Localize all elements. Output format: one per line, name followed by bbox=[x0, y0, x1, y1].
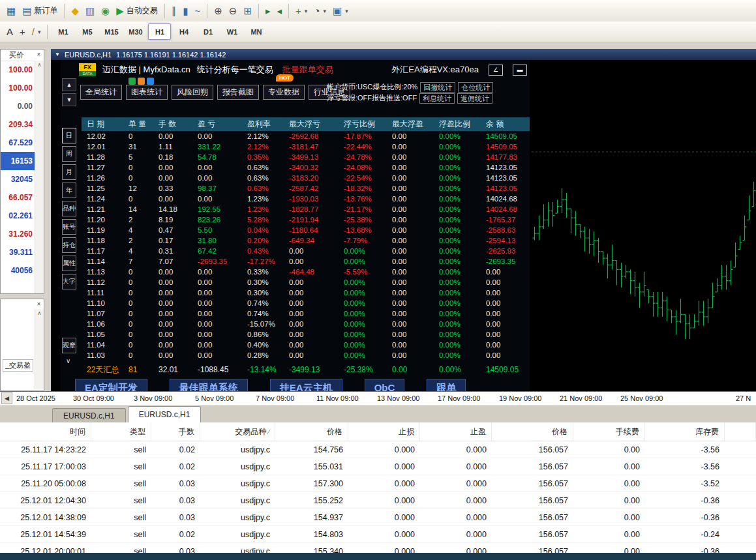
stats-table-row[interactable]: 11.2600.000.000.63%-3183.20-22.54%0.000.… bbox=[82, 173, 530, 183]
close-icon[interactable]: × bbox=[35, 50, 43, 59]
trades-col-header[interactable]: 手数 bbox=[151, 422, 200, 441]
stats-table-row[interactable]: 11.2700.000.000.63%-3400.32-24.08%0.000.… bbox=[82, 162, 530, 173]
new-chart-button[interactable]: ▦ bbox=[3, 3, 19, 19]
stats-table-row[interactable]: 11.1100.000.000.30%0.000.00%0.000.00%0.0… bbox=[82, 287, 530, 298]
side-tab-month[interactable]: 月 bbox=[62, 164, 76, 180]
rebate-stats-button[interactable]: 返佣统计 bbox=[457, 93, 492, 104]
stats-table-row[interactable]: 12.0200.000.002.12%-2592.68-17.87%0.000.… bbox=[82, 131, 530, 141]
trades-col-header[interactable]: 价格 bbox=[275, 422, 348, 441]
price-cell[interactable]: 39.311 bbox=[1, 243, 35, 261]
price-cell[interactable]: 0.00 bbox=[1, 97, 35, 115]
panel-minimize-button[interactable]: ▬ bbox=[513, 65, 527, 76]
side-tab-symbol[interactable]: 品种 bbox=[62, 201, 76, 216]
qbc-button[interactable]: QbC bbox=[365, 379, 405, 391]
chart-shift-button[interactable]: ▸ bbox=[262, 3, 274, 19]
best-copy-system-button[interactable]: 最佳跟单系统 bbox=[170, 379, 248, 391]
price-cell[interactable]: 40056 bbox=[1, 261, 35, 280]
stats-table-row[interactable]: 11.211414.18192.551.23%-1828.77-21.17%0.… bbox=[82, 204, 530, 214]
trades-col-header[interactable]: 库存费 bbox=[645, 422, 725, 441]
ea-custom-dev-button[interactable]: EA定制开发 bbox=[75, 379, 147, 391]
trade-row[interactable]: 25.12.01 12:04:30sell0.03usdjpy.c155.252… bbox=[0, 492, 756, 509]
interest-stats-button[interactable]: 利息统计 bbox=[419, 93, 455, 104]
timeframe-m5-button[interactable]: M5 bbox=[76, 23, 98, 40]
draw-tools-button[interactable]: /▾ bbox=[29, 23, 44, 40]
price-cell[interactable]: 100.00 bbox=[1, 61, 35, 79]
timeframe-h1-button[interactable]: H1 bbox=[148, 23, 171, 40]
tab-report-screenshot[interactable]: 报告截图 bbox=[217, 85, 259, 100]
tab-risk-backtest[interactable]: 风险回朔 bbox=[172, 85, 213, 100]
side-tab-day[interactable]: 日 bbox=[62, 128, 76, 143]
market-watch-scrollbar[interactable]: ∧ bbox=[35, 61, 44, 293]
tab-pro-data[interactable]: 专业数据 bbox=[263, 85, 305, 100]
timeframe-m15-button[interactable]: M15 bbox=[100, 23, 123, 40]
auto-scroll-button[interactable]: ◂ bbox=[274, 3, 286, 19]
position-stats-button[interactable]: 仓位统计 bbox=[458, 82, 493, 93]
panel-collapse-button[interactable]: ∠ bbox=[489, 65, 503, 76]
price-cell[interactable]: 66.057 bbox=[1, 188, 35, 207]
stats-table-row[interactable]: 11.0700.000.000.74%0.000.00%0.000.00%0.0… bbox=[82, 308, 530, 319]
trades-col-header[interactable]: 手续费 bbox=[573, 422, 645, 441]
price-cell[interactable]: 32045 bbox=[1, 170, 35, 188]
preview-button[interactable]: ◉ bbox=[98, 3, 113, 19]
ea-cloud-vps-button[interactable]: 挂EA云主机 bbox=[270, 379, 342, 391]
scroll-up-button[interactable]: ▲ bbox=[62, 78, 76, 91]
stats-table-row[interactable]: 11.1477.07-2693.35-17.27%0.000.00%0.000.… bbox=[82, 256, 530, 267]
scroll-down-button[interactable]: ▼ bbox=[62, 93, 76, 106]
templates-button[interactable]: ▣▾ bbox=[329, 3, 352, 19]
stats-table-row[interactable]: 11.2400.000.001.23%-1930.03-13.76%0.000.… bbox=[82, 194, 530, 204]
price-cell[interactable]: 67.529 bbox=[1, 134, 35, 152]
stats-table-row[interactable]: 11.1200.000.000.30%0.000.00%0.000.00%0.0… bbox=[82, 277, 530, 287]
trade-row[interactable]: 25.11.17 14:23:22sell0.02usdjpy.c154.756… bbox=[0, 441, 756, 458]
panel-tab-label[interactable]: _交易盈 bbox=[3, 359, 33, 372]
zoom-in-button[interactable]: ⊕ bbox=[211, 3, 226, 19]
timeframe-d1-button[interactable]: D1 bbox=[196, 23, 219, 40]
indicators-button[interactable]: +▾ bbox=[292, 3, 310, 19]
tab-global-stats[interactable]: 全局统计 bbox=[80, 85, 122, 100]
stats-table-row[interactable]: 11.0400.000.000.40%0.000.00%0.000.00%0.0… bbox=[82, 340, 530, 350]
stats-table-row[interactable]: 11.2850.1854.780.35%-3499.13-24.78%0.000… bbox=[82, 152, 530, 162]
drawdown-stats-button[interactable]: 回撤统计 bbox=[420, 82, 455, 93]
stats-table-row[interactable]: 11.1820.1731.800.20%-649.34-7.79%0.000.0… bbox=[82, 235, 530, 246]
text-tool-button[interactable]: A bbox=[3, 23, 16, 40]
chart-tab[interactable]: EURUSD.c,H1 bbox=[52, 408, 126, 422]
stats-table-row[interactable]: 11.1300.000.000.33%-464.48-5.59%0.000.00… bbox=[82, 267, 530, 277]
panel-scrollbar[interactable]: ∧ bbox=[35, 309, 44, 389]
chart-title-bar[interactable]: ▼ EURUSD.c,H1 1.16175 1.16191 1.16142 1.… bbox=[51, 49, 756, 60]
price-cell[interactable]: 16153 bbox=[1, 152, 35, 170]
side-tab-position[interactable]: 持仓 bbox=[62, 237, 76, 253]
stats-table-row[interactable]: 11.1740.3167.420.43%0.000.00%0.000.00%-2… bbox=[82, 246, 530, 256]
scroll-up-icon[interactable]: ∧ bbox=[35, 309, 44, 317]
side-tab-year[interactable]: 年 bbox=[62, 183, 76, 198]
stats-table-row[interactable]: 11.0600.000.00-15.07%0.000.00%0.000.00%0… bbox=[82, 319, 530, 329]
bar-chart-button[interactable]: ∥ bbox=[168, 3, 180, 19]
metaeditor-button[interactable]: ◆ bbox=[68, 3, 82, 19]
chevron-down-icon[interactable]: ∨ bbox=[66, 357, 70, 364]
stats-table-row[interactable]: 11.0300.000.000.28%0.000.00%0.000.00%0.0… bbox=[82, 350, 530, 361]
side-tab-week[interactable]: 周 bbox=[62, 146, 76, 162]
trade-row[interactable]: 25.12.01 14:54:39sell0.02usdjpy.c154.803… bbox=[0, 526, 756, 543]
symbol-dropdown-icon[interactable]: ▼ bbox=[55, 52, 60, 57]
new-order-button[interactable]: ▤新订单 bbox=[19, 3, 61, 19]
zoom-out-button[interactable]: ⊖ bbox=[226, 3, 241, 19]
timeframe-m30-button[interactable]: M30 bbox=[124, 23, 147, 40]
trades-col-header[interactable]: 止损 bbox=[348, 422, 420, 441]
scroll-up-icon[interactable]: ∧ bbox=[35, 61, 44, 69]
chart-canvas[interactable]: FX DATA 迈汇数据 | MyfxData.cn 统计分析每一笔交易 批量跟… bbox=[51, 60, 756, 391]
trades-col-header[interactable]: 交易品种∕ bbox=[200, 422, 275, 441]
print-button[interactable]: ▥ bbox=[82, 3, 98, 19]
stats-table-row[interactable]: 11.1940.475.500.04%-1180.64-13.68%0.000.… bbox=[82, 225, 530, 235]
price-cell[interactable]: 31.260 bbox=[1, 225, 35, 243]
stats-table-row[interactable]: 11.25120.3398.370.63%-2587.42-18.32%0.00… bbox=[82, 183, 530, 194]
trades-col-header[interactable]: 止盈 bbox=[420, 422, 492, 441]
trades-col-header[interactable]: 价格 bbox=[492, 422, 573, 441]
line-chart-button[interactable]: ~ bbox=[192, 3, 204, 19]
periods-button[interactable]: ◔▾ bbox=[310, 3, 329, 19]
side-tab-account[interactable]: 账号 bbox=[62, 219, 76, 235]
timeframe-m1-button[interactable]: M1 bbox=[52, 23, 74, 40]
crosshair-tool-button[interactable]: + bbox=[16, 23, 29, 40]
trade-row[interactable]: 25.11.17 17:00:03sell0.02usdjpy.c155.031… bbox=[0, 458, 756, 475]
price-cell[interactable]: 02.261 bbox=[1, 207, 35, 225]
tab-chart-stats[interactable]: 图表统计 bbox=[126, 85, 168, 100]
trade-row[interactable]: 25.12.01 14:38:09sell0.03usdjpy.c154.937… bbox=[0, 509, 756, 526]
candlestick-chart-button[interactable]: ▮ bbox=[179, 3, 191, 19]
